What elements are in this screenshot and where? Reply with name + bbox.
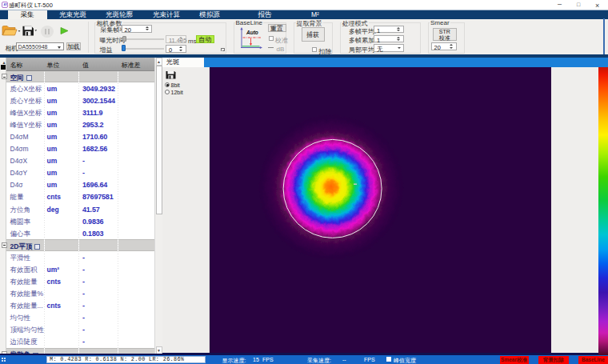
svg-text:Auto: Auto bbox=[246, 30, 258, 35]
